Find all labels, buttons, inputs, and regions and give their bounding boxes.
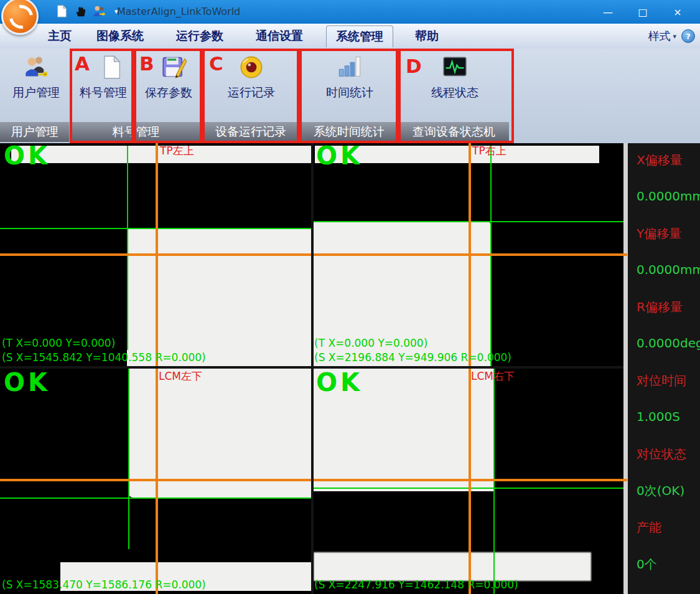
horizontal-divider — [0, 366, 623, 369]
style-menu-button[interactable]: 样式 ▾ — [648, 29, 676, 44]
stats-panel-edge — [623, 143, 628, 594]
stat-value: 0.0000deg — [637, 336, 700, 351]
close-button[interactable]: × — [660, 0, 695, 24]
top-orange-hline — [0, 253, 627, 256]
stat-value: 0.0000mm — [637, 189, 700, 204]
group-user-management: 用户管理 — [0, 122, 69, 142]
annotation-letter-d: D — [406, 55, 422, 77]
maximize-button[interactable]: □ — [625, 0, 660, 24]
br-green-vline — [493, 369, 495, 594]
tl-target-coords: (T X=0.000 Y=0.000) — [2, 336, 115, 351]
tl-camera-label: TP左上 — [160, 146, 194, 156]
stat-label: 产能 — [637, 519, 661, 536]
hand-tool-icon[interactable] — [73, 4, 87, 18]
camera-view-grid: OK TP左上 (T X=0.000 Y=0.000) (S X=1545.84… — [0, 143, 623, 594]
alignment-stats-panel: X偏移量 0.0000mm Y偏移量 0.0000mm R偏移量 0.0000d… — [628, 143, 700, 594]
tab-home[interactable]: 主页 — [39, 26, 81, 47]
style-caret-icon: ▾ — [673, 32, 676, 40]
tr-stage-coords: (S X=2196.884 Y=949.906 R=0.000) — [314, 351, 511, 365]
tl-status-ok: OK — [4, 143, 50, 168]
tab-help[interactable]: 帮助 — [406, 26, 448, 47]
stat-label: 对位状态 — [637, 446, 686, 463]
annotation-letter-c: C — [209, 52, 223, 75]
left-orange-vline — [156, 143, 158, 594]
app-window: ▾ MasterAlign_LinkToWorld — □ × 主页 图像系统 … — [0, 0, 700, 594]
stat-label: R偏移量 — [637, 299, 683, 316]
user-key-quick-icon[interactable] — [92, 4, 106, 18]
quick-access-toolbar: ▾ — [55, 4, 118, 19]
stat-value: 0个 — [637, 556, 657, 573]
viewport-br-image-bar — [314, 552, 591, 581]
tab-vision[interactable]: 图像系统 — [87, 26, 153, 47]
stat-value: 0次(OK) — [637, 483, 684, 499]
annotation-box-mid — [299, 49, 398, 143]
minimize-button[interactable]: — — [590, 0, 625, 24]
window-controls: — □ × — [590, 0, 695, 24]
bl-green-vline — [128, 369, 129, 549]
stat-label: Y偏移量 — [637, 225, 681, 242]
logo-swirl-icon — [5, 1, 38, 34]
stat-label: X偏移量 — [637, 152, 683, 169]
tr-camera-label: TP右上 — [472, 146, 506, 156]
tr-status-ok: OK — [316, 143, 363, 168]
bl-status-ok: OK — [4, 370, 50, 395]
br-status-ok: OK — [316, 370, 363, 395]
br-camera-label: LCM右下 — [471, 371, 515, 382]
users-key-icon — [24, 55, 49, 80]
annotation-letter-a: A — [75, 52, 90, 75]
title-bar: ▾ MasterAlign_LinkToWorld — □ × — [0, 0, 700, 24]
tr-green-vline — [490, 146, 492, 366]
tl-stage-coords: (S X=1545.842 Y=1040.558 R=0.000) — [2, 351, 206, 365]
window-title: MasterAlign_LinkToWorld — [117, 6, 240, 17]
tab-runparams[interactable]: 运行参数 — [167, 26, 233, 47]
stat-value: 1.000S — [637, 409, 680, 424]
annotation-letter-b: B — [139, 52, 154, 75]
br-stage-coords: (S X=2247.916 Y=1462.148 R=0.000) — [314, 578, 518, 592]
tl-green-vline — [127, 146, 128, 350]
viewport-tl-panel — [127, 228, 311, 366]
right-orange-vline — [469, 143, 471, 594]
tr-target-coords: (T X=0.000 Y=0.000) — [314, 336, 427, 351]
new-document-icon[interactable] — [55, 4, 68, 18]
vertical-divider — [311, 143, 314, 594]
stat-label: 对位时间 — [637, 372, 686, 389]
style-menu-label: 样式 — [648, 29, 670, 44]
button-user-management[interactable]: 用户管理 — [4, 51, 68, 122]
help-icon[interactable]: ? — [681, 29, 695, 43]
stat-value: 0.0000mm — [637, 262, 700, 277]
bottom-orange-hline — [0, 479, 627, 481]
button-label: 用户管理 — [12, 85, 60, 101]
tab-system-admin[interactable]: 系统管理 — [326, 26, 393, 47]
bl-camera-label: LCM左下 — [159, 371, 202, 382]
tab-comms[interactable]: 通信设置 — [246, 26, 312, 47]
ribbon-tab-bar: 主页 图像系统 运行参数 通信设置 系统管理 帮助 样式 ▾ ? — [0, 24, 700, 49]
bl-stage-coords: (S X=1583.470 Y=1586.176 R=0.000) — [2, 578, 206, 592]
